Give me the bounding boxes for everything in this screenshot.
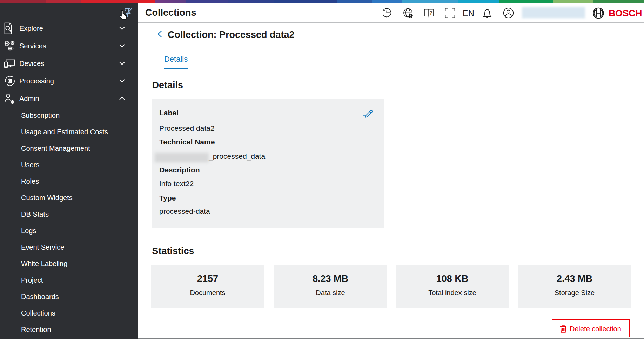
svg-text:?: ? — [429, 10, 432, 16]
